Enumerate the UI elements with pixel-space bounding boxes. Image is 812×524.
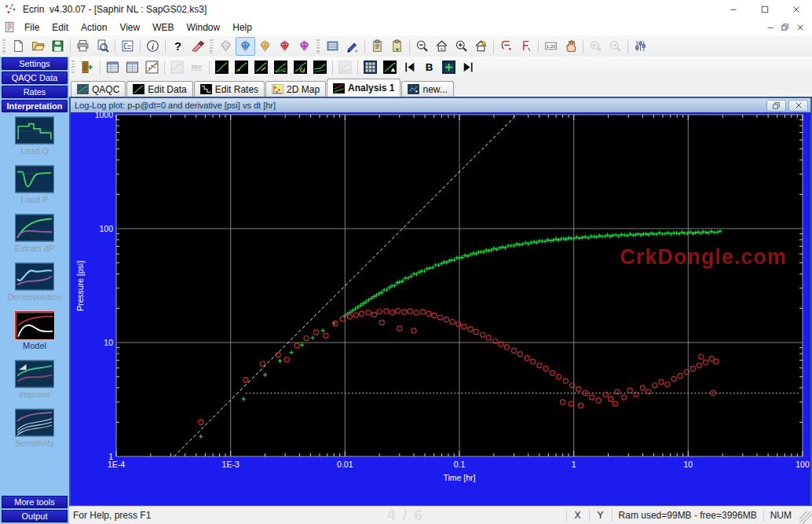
- document-system-icon[interactable]: [4, 21, 18, 33]
- scatter-qaqc-button[interactable]: [142, 58, 162, 77]
- menu-web[interactable]: WEB: [146, 20, 180, 35]
- plot-window-titlebar[interactable]: Log-Log plot: p-p@dt=0 and derivative [p…: [71, 98, 810, 113]
- sidebar-tool-model[interactable]: Model: [0, 311, 69, 360]
- save-file-button[interactable]: [48, 37, 68, 56]
- toolbar-grip[interactable]: [71, 60, 75, 75]
- curve-refresh-button[interactable]: [291, 58, 310, 77]
- data-table-button[interactable]: [103, 58, 123, 77]
- menu-view[interactable]: View: [113, 20, 146, 35]
- tab-new[interactable]: new...: [401, 81, 453, 97]
- toolbar-grip[interactable]: [2, 39, 5, 53]
- minimize-button[interactable]: [718, 0, 749, 19]
- sidebar-button-more-tools[interactable]: More tools: [2, 496, 68, 508]
- curve-slope-button[interactable]: [251, 58, 271, 77]
- resize-grip[interactable]: [799, 511, 812, 524]
- maximize-button[interactable]: [749, 0, 781, 19]
- report-table-button[interactable]: [123, 58, 142, 77]
- gem-magenta-button[interactable]: [294, 37, 314, 56]
- add-grid-button[interactable]: [439, 58, 459, 77]
- loglog-chart[interactable]: CrkDongle.com1E-41E-30.010.1110100110100…: [71, 112, 810, 505]
- toolbar-separator: [583, 39, 583, 53]
- tab-analysis-1[interactable]: Analysis 1: [327, 79, 401, 97]
- info-about-button[interactable]: i: [143, 37, 163, 56]
- curve-shift-button[interactable]: [232, 58, 251, 77]
- zoom-in-button[interactable]: [452, 37, 471, 56]
- window-title: Ecrin v4.30.07 - [Saphir NL : SapGS02.ks…: [23, 4, 207, 15]
- draw-line-button[interactable]: [496, 37, 516, 56]
- extract-exit-icon: [81, 60, 94, 74]
- home-new-icon: [474, 39, 488, 53]
- bold-b-button[interactable]: B: [419, 58, 439, 77]
- menu-edit[interactable]: Edit: [46, 20, 75, 35]
- sidebar-button-output[interactable]: Output: [2, 510, 68, 522]
- sidebar-nav-settings[interactable]: Settings: [2, 57, 68, 70]
- calculator-grid-button[interactable]: [360, 58, 380, 77]
- plot-gray-icon: [170, 60, 184, 74]
- sidebar-tool-improve[interactable]: Improve: [0, 360, 69, 409]
- list-view-button[interactable]: [323, 37, 342, 56]
- report-layout-button[interactable]: [118, 37, 137, 56]
- first-arrow-button[interactable]: [400, 58, 419, 77]
- home-new-button[interactable]: [471, 37, 491, 56]
- curve-double-button[interactable]: [271, 58, 291, 77]
- menu-file[interactable]: File: [18, 20, 46, 35]
- menu-help[interactable]: Help: [226, 20, 258, 35]
- tab-qaqc[interactable]: QAQC: [71, 81, 126, 97]
- x-tick-label: 0.1: [454, 460, 466, 469]
- sidebar-tool-label: Model: [23, 341, 46, 350]
- decimal-format-button[interactable]: 1.20: [541, 37, 561, 56]
- sidebar-nav-interpretation[interactable]: Interpretation: [2, 100, 68, 112]
- paste-settings-button[interactable]: [387, 37, 407, 56]
- curve-model-button[interactable]: [380, 58, 400, 77]
- menu-window[interactable]: Window: [181, 20, 227, 35]
- curve-smooth-button[interactable]: [310, 58, 330, 77]
- tab-edit-data[interactable]: Edit Data: [126, 81, 192, 97]
- copy-settings-button[interactable]: [368, 37, 387, 56]
- sidebar-nav-qaqc-data[interactable]: QAQC Data: [2, 71, 68, 84]
- tab-2d-map[interactable]: 2D Map: [265, 81, 326, 97]
- preferences-sliders-button[interactable]: [631, 37, 650, 56]
- plot-close-button[interactable]: [788, 100, 808, 112]
- sidebar-tool-deconvolution[interactable]: Deconvolution: [0, 262, 69, 311]
- sidebar-tool-extract-dp[interactable]: Extract dP: [0, 214, 69, 262]
- gem-red-button[interactable]: [275, 37, 294, 56]
- sidebar-tool-label: Load Q: [20, 146, 49, 156]
- print-preview-button[interactable]: [93, 37, 112, 56]
- gem-amber-button[interactable]: [255, 37, 275, 56]
- zoom-previous-icon: [589, 39, 602, 53]
- tab-label: new...: [422, 84, 447, 95]
- last-arrow-button[interactable]: [459, 58, 478, 77]
- help-question-button[interactable]: ?: [168, 37, 188, 56]
- draw-text-button[interactable]: [516, 37, 536, 56]
- curve-smooth-icon: [313, 60, 327, 74]
- load-p-icon: [15, 165, 54, 193]
- mdi-minimize-button[interactable]: [763, 21, 777, 33]
- tab-edit-rates[interactable]: Edit Rates: [194, 81, 265, 97]
- toolbar-grip[interactable]: [210, 39, 213, 53]
- extract-exit-button[interactable]: [78, 58, 97, 77]
- gem-gray-button[interactable]: [216, 37, 236, 56]
- coordinate-cell-y: Y: [589, 509, 612, 522]
- close-button[interactable]: [781, 0, 812, 19]
- gem-blue-button[interactable]: [236, 37, 255, 56]
- clean-brush-button[interactable]: [188, 37, 207, 56]
- print-button[interactable]: [73, 37, 93, 56]
- application-window: Ecrin v4.30.07 - [Saphir NL : SapGS02.ks…: [0, 0, 812, 524]
- plot-restore-button[interactable]: [766, 100, 786, 112]
- sidebar-tool-load-p[interactable]: Load P: [0, 165, 69, 214]
- pan-hand-button[interactable]: [561, 37, 580, 56]
- home-view-button[interactable]: [432, 37, 452, 56]
- curve-basic-button[interactable]: [212, 58, 232, 77]
- sidebar-tool-sensitivity[interactable]: Sensitivity: [0, 409, 69, 457]
- sidebar-nav-buttons: SettingsQAQC DataRatesInterpretation: [0, 57, 69, 114]
- sidebar-tool-load-q[interactable]: Load Q: [0, 116, 69, 165]
- toolbar-grip[interactable]: [316, 39, 320, 53]
- mdi-close-button[interactable]: [792, 21, 807, 33]
- new-document-button[interactable]: [9, 37, 28, 56]
- sidebar-nav-rates[interactable]: Rates: [2, 86, 68, 98]
- menu-action[interactable]: Action: [75, 20, 113, 35]
- pen-edit-button[interactable]: [342, 37, 362, 56]
- open-file-button[interactable]: [28, 37, 48, 56]
- zoom-out-button[interactable]: [412, 37, 432, 56]
- mdi-restore-button[interactable]: [777, 21, 792, 33]
